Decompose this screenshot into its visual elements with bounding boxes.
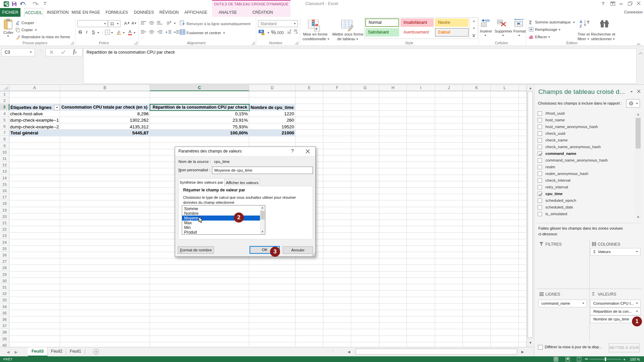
svg-text:≠: ≠ (315, 26, 318, 31)
svg-text:A: A (580, 20, 582, 24)
svg-text:Z: Z (580, 24, 582, 28)
svg-text:ab: ab (167, 20, 170, 25)
svg-text:$: $ (261, 31, 262, 33)
